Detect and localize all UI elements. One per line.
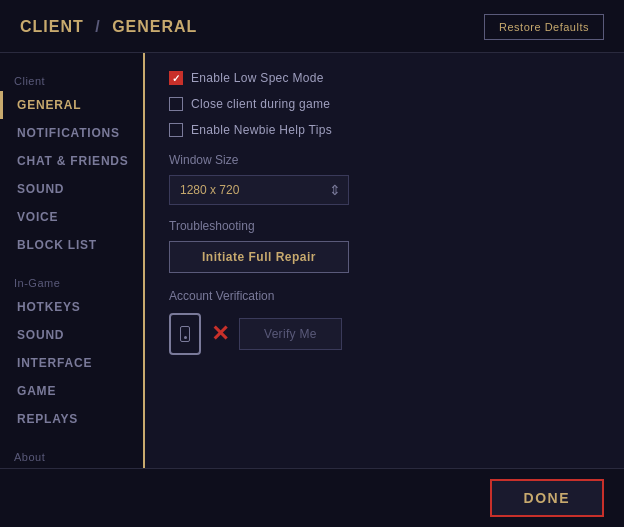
sidebar: Client GENERAL NOTIFICATIONS CHAT & FRIE… xyxy=(0,53,145,468)
troubleshooting-label: Troubleshooting xyxy=(169,219,600,233)
window-size-wrapper: 1280 x 720 1024 x 576 1600 x 900 ⇕ xyxy=(169,175,349,205)
sidebar-item-sound2[interactable]: SOUND xyxy=(0,321,143,349)
sidebar-item-voice[interactable]: VOICE xyxy=(0,203,143,231)
window-size-select[interactable]: 1280 x 720 1024 x 576 1600 x 900 xyxy=(169,175,349,205)
title-slash: / xyxy=(95,18,106,35)
about-section-label: About xyxy=(0,445,143,467)
low-spec-checkbox-wrapper[interactable]: Enable Low Spec Mode xyxy=(169,71,324,85)
sidebar-item-game[interactable]: GAME xyxy=(0,377,143,405)
ingame-section-label: In-Game xyxy=(0,271,143,293)
window-size-label: Window Size xyxy=(169,153,600,167)
page-title: CLIENT / GENERAL xyxy=(20,18,197,36)
newbie-tips-label: Enable Newbie Help Tips xyxy=(191,123,332,137)
sidebar-item-replays[interactable]: REPLAYS xyxy=(0,405,143,433)
close-client-row: Close client during game xyxy=(169,97,600,111)
footer: DONE xyxy=(0,468,624,527)
newbie-tips-checkbox-wrapper[interactable]: Enable Newbie Help Tips xyxy=(169,123,332,137)
sidebar-item-notifications[interactable]: NOTIFICATIONS xyxy=(0,119,143,147)
account-verify-row: ✕ Verify Me xyxy=(169,313,600,355)
content-area: Enable Low Spec Mode Close client during… xyxy=(145,53,624,468)
phone-icon-inner xyxy=(180,326,190,342)
done-button[interactable]: DONE xyxy=(490,479,604,517)
client-section-label: Client xyxy=(0,69,143,91)
sidebar-item-general[interactable]: GENERAL xyxy=(0,91,143,119)
low-spec-checkbox[interactable] xyxy=(169,71,183,85)
header: CLIENT / GENERAL Restore Defaults xyxy=(0,0,624,53)
app-container: CLIENT / GENERAL Restore Defaults Client… xyxy=(0,0,624,527)
phone-dot xyxy=(184,336,187,339)
close-client-checkbox[interactable] xyxy=(169,97,183,111)
sidebar-item-block-list[interactable]: BLOCK LIST xyxy=(0,231,143,259)
phone-icon xyxy=(169,313,201,355)
low-spec-row: Enable Low Spec Mode xyxy=(169,71,600,85)
initiate-repair-button[interactable]: Initiate Full Repair xyxy=(169,241,349,273)
close-client-checkbox-wrapper[interactable]: Close client during game xyxy=(169,97,330,111)
sidebar-item-chat-friends[interactable]: CHAT & FRIENDS xyxy=(0,147,143,175)
title-main: GENERAL xyxy=(112,18,197,35)
newbie-tips-row: Enable Newbie Help Tips xyxy=(169,123,600,137)
main-layout: Client GENERAL NOTIFICATIONS CHAT & FRIE… xyxy=(0,53,624,468)
newbie-tips-checkbox[interactable] xyxy=(169,123,183,137)
sidebar-item-hotkeys[interactable]: HOTKEYS xyxy=(0,293,143,321)
verify-me-button[interactable]: Verify Me xyxy=(239,318,342,350)
sidebar-item-sound[interactable]: SOUND xyxy=(0,175,143,203)
close-client-label: Close client during game xyxy=(191,97,330,111)
x-mark-icon: ✕ xyxy=(211,321,229,347)
account-verify-label: Account Verification xyxy=(169,289,600,303)
restore-defaults-button[interactable]: Restore Defaults xyxy=(484,14,604,40)
sidebar-item-interface[interactable]: INTERFACE xyxy=(0,349,143,377)
title-prefix: CLIENT xyxy=(20,18,84,35)
low-spec-label: Enable Low Spec Mode xyxy=(191,71,324,85)
